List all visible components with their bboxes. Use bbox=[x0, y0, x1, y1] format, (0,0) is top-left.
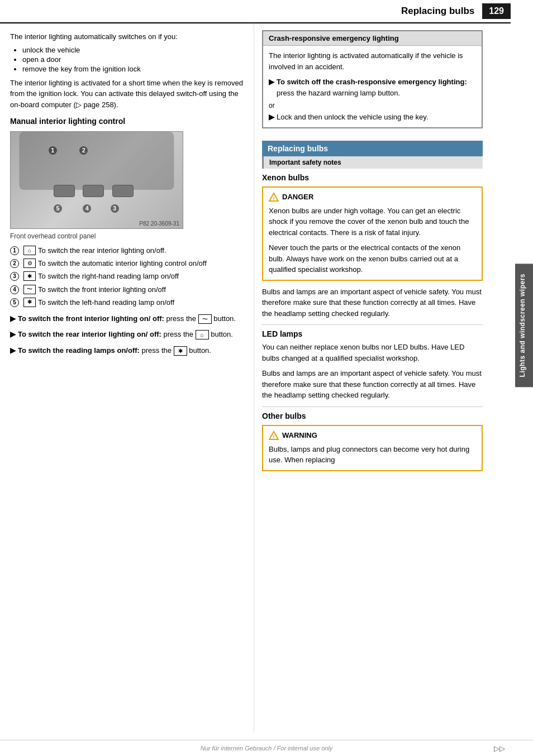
other-heading: Other bulbs bbox=[262, 412, 483, 420]
numbered-item-5: 5 ✱ To switch the left-hand reading lamp… bbox=[10, 298, 244, 308]
divider2 bbox=[262, 406, 483, 407]
bullet-item: remove the key from the ignition lock bbox=[22, 65, 244, 73]
image-caption: Front overhead control panel bbox=[10, 232, 244, 240]
danger-text2: Never touch the parts or the electrical … bbox=[269, 242, 476, 275]
replacing-bulbs-header: Replacing bulbs bbox=[262, 141, 483, 156]
led-body2: Bulbs and lamps are an important aspect … bbox=[262, 368, 483, 401]
header-page: 129 bbox=[482, 3, 511, 19]
warning-triangle-icon2: ! bbox=[269, 430, 279, 441]
svg-text:!: ! bbox=[273, 195, 275, 201]
footer: Nur für internen Gebrauch / For internal… bbox=[0, 740, 533, 756]
xenon-heading: Xenon bulbs bbox=[262, 173, 483, 182]
instruction-3: ▶ To switch the reading lamps on/off: pr… bbox=[10, 345, 244, 356]
arrow-icon: ▶ bbox=[10, 329, 16, 340]
left-column: The interior lighting automatically swit… bbox=[0, 23, 254, 733]
instruction-1: ▶ To switch the front interior lighting … bbox=[10, 313, 244, 324]
crash-box: Crash-responsive emergency lighting The … bbox=[262, 30, 483, 128]
bullet-item: open a door bbox=[22, 55, 244, 64]
crash-body1: The interior lighting is activated autom… bbox=[269, 50, 476, 72]
warning-header: ! WARNING bbox=[269, 430, 476, 441]
safety-notes-bar: Important safety notes bbox=[262, 156, 483, 169]
arrow-icon: ▶ bbox=[10, 313, 16, 324]
warning-box: ! WARNING Bulbs, lamps and plug connecto… bbox=[262, 425, 483, 471]
bullet-item: unlock the vehicle bbox=[22, 46, 244, 54]
crash-box-title: Crash-responsive emergency lighting bbox=[263, 31, 482, 46]
danger-text1: Xenon bulbs are under high voltage. You … bbox=[269, 205, 476, 238]
numbered-item-4: 4 〜 To switch the front interior lightin… bbox=[10, 285, 244, 295]
warning-text: Bulbs, lamps and plug connectors can bec… bbox=[269, 444, 476, 466]
right-column: Crash-responsive emergency lighting The … bbox=[254, 23, 511, 733]
body-after-danger: Bulbs and lamps are an important aspect … bbox=[262, 286, 483, 319]
danger-box: ! DANGER Xenon bulbs are under high volt… bbox=[262, 186, 483, 281]
warning-triangle-icon: ! bbox=[269, 192, 279, 202]
led-body1: You can neither replace xenon bulbs nor … bbox=[262, 342, 483, 363]
forward-arrow-icon: ▷▷ bbox=[494, 744, 505, 753]
footer-text: Nur für internen Gebrauch / For internal… bbox=[201, 745, 333, 752]
intro-text: The interior lighting automatically swit… bbox=[10, 31, 244, 42]
crash-instruction2: ▶ Lock and then unlock the vehicle using… bbox=[269, 112, 476, 123]
header-title: Replacing bulbs bbox=[401, 6, 482, 17]
led-heading: LED lamps bbox=[262, 329, 483, 338]
crash-or: or bbox=[269, 102, 476, 109]
manual-heading: Manual interior lighting control bbox=[10, 117, 244, 126]
side-tab: Lights and windscreen wipers bbox=[515, 264, 533, 387]
image-ref: P82 20-3609-31 bbox=[139, 221, 179, 227]
svg-text:!: ! bbox=[273, 434, 275, 439]
divider bbox=[262, 324, 483, 325]
numbered-item-3: 3 ✱ To switch the right-hand reading lam… bbox=[10, 271, 244, 281]
header: Replacing bulbs 129 bbox=[0, 0, 511, 23]
crash-instruction1: ▶ To switch off the crash-responsive eme… bbox=[269, 76, 476, 98]
danger-header: ! DANGER bbox=[269, 192, 476, 202]
instruction-2: ▶ To switch the rear interior lighting o… bbox=[10, 329, 244, 340]
bullet-list: unlock the vehicle open a door remove th… bbox=[22, 46, 244, 73]
arrow-icon: ▶ bbox=[10, 345, 16, 356]
continued-text: The interior lighting is activated for a… bbox=[10, 78, 244, 111]
numbered-item-2: 2 ⚙ To switch the automatic interior lig… bbox=[10, 259, 244, 269]
numbered-item-1: 1 ⌂ To switch the rear interior lighting… bbox=[10, 246, 244, 256]
control-panel-image: 1 2 3 4 5 P82 20-3609-31 bbox=[10, 131, 183, 229]
